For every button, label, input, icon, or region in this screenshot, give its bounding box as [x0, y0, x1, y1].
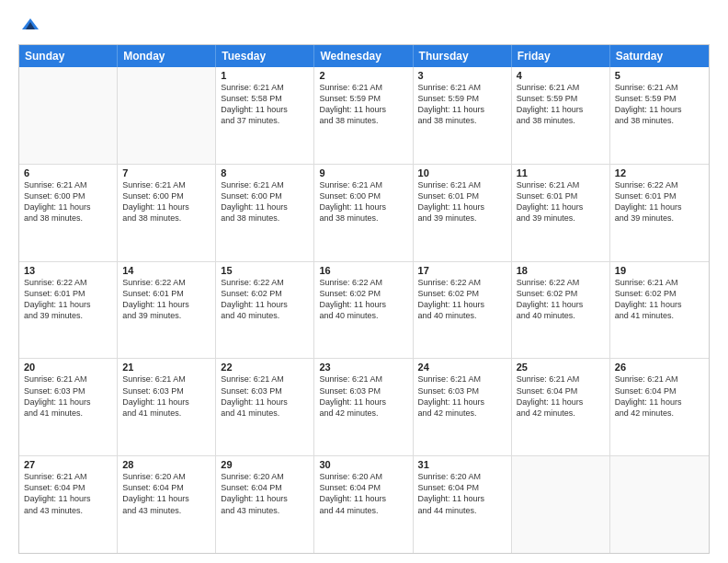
calendar-day-7: 7Sunrise: 6:21 AMSunset: 6:00 PMDaylight… — [118, 165, 216, 261]
day-number: 31 — [418, 459, 506, 470]
cell-line: and 38 minutes. — [319, 213, 407, 224]
cell-line: Sunrise: 6:22 AM — [517, 277, 605, 288]
cell-line: Daylight: 11 hours — [319, 396, 407, 408]
cell-line: Daylight: 11 hours — [517, 396, 605, 408]
calendar-day-17: 17Sunrise: 6:22 AMSunset: 6:02 PMDayligh… — [414, 262, 512, 359]
cell-line: Sunset: 6:00 PM — [221, 190, 309, 201]
cell-line: Sunrise: 6:21 AM — [122, 373, 210, 385]
cell-line: Sunset: 6:02 PM — [517, 288, 605, 299]
logo — [18, 15, 40, 35]
cell-line: Sunset: 6:01 PM — [418, 190, 506, 201]
cell-line: Sunset: 6:00 PM — [122, 190, 210, 201]
cell-line: and 41 minutes. — [221, 408, 309, 419]
page: SundayMondayTuesdayWednesdayThursdayFrid… — [0, 0, 728, 563]
calendar-day-empty — [118, 67, 216, 164]
cell-line: Daylight: 11 hours — [418, 396, 506, 408]
cell-line: Daylight: 11 hours — [418, 299, 506, 310]
day-number: 28 — [122, 459, 210, 470]
header-day-tuesday: Tuesday — [216, 45, 314, 67]
calendar-day-2: 2Sunrise: 6:21 AMSunset: 5:59 PMDaylight… — [314, 67, 413, 164]
cell-line: and 42 minutes. — [517, 408, 605, 419]
day-number: 18 — [517, 265, 605, 276]
calendar-week-2: 6Sunrise: 6:21 AMSunset: 6:00 PMDaylight… — [19, 165, 709, 262]
cell-line: and 42 minutes. — [418, 408, 506, 419]
cell-line: Sunrise: 6:21 AM — [418, 179, 506, 190]
cell-line: Sunset: 6:04 PM — [24, 482, 112, 493]
cell-line: Sunset: 6:02 PM — [221, 288, 309, 299]
cell-line: Daylight: 11 hours — [221, 104, 309, 115]
cell-line: Sunrise: 6:21 AM — [319, 179, 407, 190]
day-number: 24 — [418, 362, 506, 373]
cell-line: Daylight: 11 hours — [615, 396, 704, 408]
day-number: 26 — [615, 362, 704, 373]
calendar-day-3: 3Sunrise: 6:21 AMSunset: 5:59 PMDaylight… — [414, 67, 512, 164]
cell-line: Sunset: 6:03 PM — [24, 385, 112, 396]
cell-line: Daylight: 11 hours — [319, 104, 407, 115]
day-number: 27 — [24, 459, 112, 470]
calendar-day-1: 1Sunrise: 6:21 AMSunset: 5:58 PMDaylight… — [216, 67, 314, 164]
cell-line: and 38 minutes. — [615, 115, 704, 126]
cell-line: Sunset: 6:03 PM — [418, 385, 506, 396]
cell-line: Sunrise: 6:21 AM — [122, 179, 210, 190]
cell-line: and 38 minutes. — [319, 115, 407, 126]
cell-line: Sunset: 5:59 PM — [517, 93, 605, 104]
header-day-sunday: Sunday — [19, 45, 118, 67]
cell-line: and 42 minutes. — [319, 408, 407, 419]
day-number: 17 — [418, 265, 506, 276]
calendar-day-20: 20Sunrise: 6:21 AMSunset: 6:03 PMDayligh… — [19, 359, 118, 455]
cell-line: and 44 minutes. — [319, 505, 407, 516]
cell-line: Sunrise: 6:22 AM — [615, 179, 704, 190]
calendar-day-8: 8Sunrise: 6:21 AMSunset: 6:00 PMDaylight… — [216, 165, 314, 261]
cell-line: and 39 minutes. — [517, 213, 605, 224]
cell-line: Daylight: 11 hours — [615, 104, 704, 115]
day-number: 16 — [319, 265, 407, 276]
cell-line: Daylight: 11 hours — [24, 493, 112, 504]
day-number: 4 — [517, 70, 605, 81]
header-day-thursday: Thursday — [414, 45, 512, 67]
cell-line: Sunset: 6:04 PM — [517, 385, 605, 396]
cell-line: Daylight: 11 hours — [122, 299, 210, 310]
cell-line: and 41 minutes. — [24, 408, 112, 419]
day-number: 20 — [24, 362, 112, 373]
cell-line: Sunrise: 6:20 AM — [319, 471, 407, 482]
cell-line: Sunrise: 6:22 AM — [221, 277, 309, 288]
cell-line: and 39 minutes. — [122, 310, 210, 321]
cell-line: Sunrise: 6:21 AM — [517, 373, 605, 385]
cell-line: Sunset: 5:58 PM — [221, 93, 309, 104]
day-number: 21 — [122, 362, 210, 373]
calendar-day-28: 28Sunrise: 6:20 AMSunset: 6:04 PMDayligh… — [118, 456, 216, 553]
cell-line: and 44 minutes. — [418, 505, 506, 516]
calendar-day-16: 16Sunrise: 6:22 AMSunset: 6:02 PMDayligh… — [314, 262, 413, 359]
cell-line: Daylight: 11 hours — [24, 201, 112, 213]
cell-line: Sunrise: 6:22 AM — [122, 277, 210, 288]
cell-line: Sunrise: 6:21 AM — [418, 373, 506, 385]
cell-line: Sunrise: 6:21 AM — [517, 179, 605, 190]
cell-line: Sunrise: 6:21 AM — [615, 373, 704, 385]
cell-line: Sunrise: 6:22 AM — [418, 277, 506, 288]
calendar: SundayMondayTuesdayWednesdayThursdayFrid… — [18, 44, 710, 554]
calendar-day-13: 13Sunrise: 6:22 AMSunset: 6:01 PMDayligh… — [19, 262, 118, 359]
calendar-day-18: 18Sunrise: 6:22 AMSunset: 6:02 PMDayligh… — [512, 262, 610, 359]
calendar-day-30: 30Sunrise: 6:20 AMSunset: 6:04 PMDayligh… — [314, 456, 413, 553]
cell-line: Sunrise: 6:20 AM — [221, 471, 309, 482]
calendar-day-5: 5Sunrise: 6:21 AMSunset: 5:59 PMDaylight… — [610, 67, 709, 164]
cell-line: and 40 minutes. — [319, 310, 407, 321]
header — [18, 15, 710, 35]
cell-line: Daylight: 11 hours — [615, 299, 704, 310]
calendar-day-15: 15Sunrise: 6:22 AMSunset: 6:02 PMDayligh… — [216, 262, 314, 359]
cell-line: Sunrise: 6:21 AM — [221, 373, 309, 385]
day-number: 12 — [615, 167, 704, 178]
cell-line: Sunset: 6:04 PM — [615, 385, 704, 396]
cell-line: Daylight: 11 hours — [24, 299, 112, 310]
cell-line: and 38 minutes. — [221, 213, 309, 224]
cell-line: Sunrise: 6:20 AM — [418, 471, 506, 482]
cell-line: Daylight: 11 hours — [319, 493, 407, 504]
header-day-friday: Friday — [512, 45, 610, 67]
cell-line: Sunrise: 6:21 AM — [615, 277, 704, 288]
calendar-day-22: 22Sunrise: 6:21 AMSunset: 6:03 PMDayligh… — [216, 359, 314, 455]
calendar-day-empty — [512, 456, 610, 553]
calendar-day-19: 19Sunrise: 6:21 AMSunset: 6:02 PMDayligh… — [610, 262, 709, 359]
calendar-day-empty — [610, 456, 709, 553]
cell-line: Sunrise: 6:21 AM — [24, 179, 112, 190]
calendar-week-1: 1Sunrise: 6:21 AMSunset: 5:58 PMDaylight… — [19, 67, 709, 165]
